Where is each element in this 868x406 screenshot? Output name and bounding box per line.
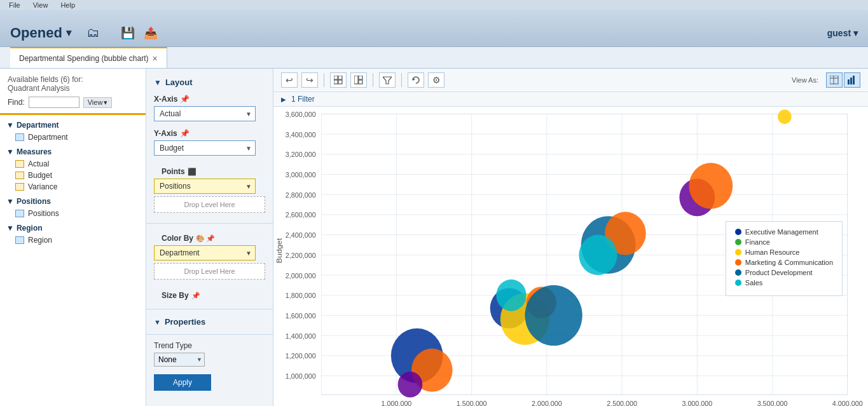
view-button[interactable]: View ▾ (83, 97, 113, 108)
refresh-button[interactable] (408, 72, 424, 88)
export-icon[interactable]: 📤 (144, 26, 158, 40)
actual-item[interactable]: Actual (0, 158, 146, 170)
points-label: Points ⬛ (154, 167, 265, 176)
svg-text:1,000,000: 1,000,000 (286, 372, 316, 380)
available-fields-line1: Available fields (6) for: (8, 75, 83, 84)
app-title: Opened ▾ (10, 25, 71, 41)
department-group-label: Department (17, 121, 59, 130)
colorby-select[interactable]: Department (154, 245, 256, 261)
sizeby-pin-icon: 📌 (191, 292, 200, 300)
trend-section: Trend Type None (146, 339, 273, 369)
yaxis-select[interactable]: Budget (154, 140, 256, 156)
mid-panel: ▼ Layout X-Axis 📌 Actual Y-Axis 📌 (146, 69, 273, 406)
legend-item: Human Resource (735, 248, 833, 256)
filter-icon (383, 76, 392, 85)
view-as-chart-btn[interactable] (844, 72, 860, 88)
filter-bar[interactable]: ▶ 1 Filter (273, 92, 868, 107)
save-icon[interactable]: 💾 (121, 26, 135, 40)
xaxis-select-wrapper: Actual (154, 106, 256, 121)
svg-text:2,400,000: 2,400,000 (286, 231, 316, 239)
available-fields-title: Available fields (6) for: Quadrant Analy… (8, 75, 138, 93)
topbar-icons: 🗂 💾 📤 (76, 25, 158, 40)
region-group-header[interactable]: ▼ Region (0, 222, 146, 234)
yaxis-pin-icon[interactable]: 📌 (180, 129, 189, 138)
menu-file[interactable]: File (9, 1, 20, 9)
yaxis-text: Y-Axis (154, 129, 177, 138)
variance-item[interactable]: Variance (0, 181, 146, 193)
positions-field-icon (15, 210, 24, 217)
menu-help[interactable]: Help (60, 1, 75, 9)
settings-button[interactable]: ⚙ (428, 72, 444, 88)
folder-icon[interactable]: 🗂 (86, 25, 99, 40)
measures-group-header[interactable]: ▼ Measures (0, 145, 146, 158)
pivot-view-button[interactable] (350, 72, 367, 88)
region-label: Region (28, 236, 52, 245)
department-field-icon (15, 133, 24, 141)
legend-color-dot (735, 269, 741, 276)
svg-rect-2 (334, 80, 338, 84)
svg-text:Budget: Budget (275, 238, 284, 263)
legend-item: Finance (735, 238, 833, 246)
department-item[interactable]: Department (0, 132, 146, 143)
svg-rect-3 (338, 80, 342, 84)
trend-type-label: Trend Type (154, 341, 265, 350)
undo-button[interactable]: ↩ (281, 72, 298, 88)
svg-rect-12 (848, 79, 850, 85)
table-view-button[interactable] (330, 72, 347, 88)
actual-label: Actual (28, 159, 49, 168)
svg-rect-6 (359, 80, 362, 84)
positions-item[interactable]: Positions (0, 208, 146, 219)
menu-view[interactable]: View (33, 1, 48, 9)
svg-text:1,400,000: 1,400,000 (286, 332, 316, 339)
svg-text:2,000,000: 2,000,000 (286, 271, 316, 279)
view-as-table-btn[interactable] (826, 72, 843, 88)
app-title-text: Opened (10, 25, 62, 41)
trend-select[interactable]: None (154, 353, 205, 367)
main-tab[interactable]: Departmental Spending (bubble chart) × (10, 47, 167, 68)
xaxis-pin-icon[interactable]: 📌 (180, 95, 189, 104)
available-fields-line2: Quadrant Analysis (8, 84, 69, 93)
apply-button[interactable]: Apply (154, 374, 211, 391)
legend-item-label: Marketing & Communication (745, 259, 833, 266)
colorby-drop-zone[interactable]: Drop Level Here (154, 263, 265, 280)
app-title-chevron[interactable]: ▾ (66, 27, 71, 39)
budget-label: Budget (28, 171, 52, 180)
legend-item-label: Product Development (745, 269, 813, 276)
legend-color-dot (735, 239, 741, 245)
topbar: Opened ▾ 🗂 💾 📤 guest ▾ (0, 10, 868, 47)
svg-rect-4 (354, 76, 358, 84)
legend-item: Marketing & Communication (735, 259, 833, 266)
guest-menu[interactable]: guest ▾ (827, 28, 858, 38)
legend-item: Product Development (735, 269, 833, 276)
measures-group-label: Measures (17, 147, 52, 156)
chart-container: 3,600,000 3,400,000 3,200,000 3,000,000 … (273, 107, 868, 406)
points-drop-zone[interactable]: Drop Level Here (154, 196, 265, 213)
svg-rect-5 (359, 76, 362, 79)
refresh-icon (411, 76, 420, 85)
department-group: ▼ Department Department (0, 118, 146, 144)
svg-text:1,200,000: 1,200,000 (286, 352, 316, 360)
positions-group-header[interactable]: ▼ Positions (0, 195, 146, 208)
variance-field-icon (15, 183, 24, 191)
department-group-header[interactable]: ▼ Department (0, 119, 146, 132)
legend-color-dot (735, 259, 741, 266)
tab-close[interactable]: × (152, 53, 157, 64)
properties-arrow-icon: ▼ (154, 318, 161, 326)
xaxis-text: X-Axis (154, 95, 177, 104)
svg-text:3,600,000: 3,600,000 (286, 111, 316, 118)
points-select[interactable]: Positions (154, 179, 256, 194)
chart-area: ↩ ↪ (273, 69, 868, 406)
find-input[interactable] (29, 97, 79, 108)
tabbar: Departmental Spending (bubble chart) × (0, 47, 868, 69)
svg-point-69 (496, 280, 526, 311)
department-item-label: Department (28, 133, 68, 142)
legend-color-dot (735, 229, 741, 235)
toolbar-separator-1 (324, 73, 324, 87)
redo-button[interactable]: ↪ (301, 72, 318, 88)
filter-button[interactable] (379, 72, 396, 88)
budget-item[interactable]: Budget (0, 170, 146, 181)
xaxis-section: X-Axis 📌 Actual (146, 91, 273, 125)
region-item[interactable]: Region (0, 234, 146, 246)
xaxis-select[interactable]: Actual (154, 106, 256, 121)
colorby-label: Color By 🎨 📌 (154, 234, 265, 243)
